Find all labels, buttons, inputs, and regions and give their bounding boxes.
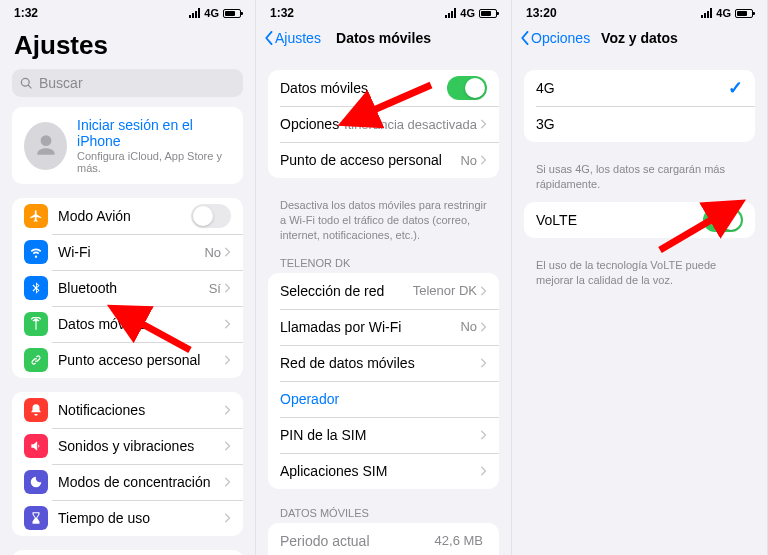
row-carrier[interactable]: Operador — [268, 381, 499, 417]
back-label: Ajustes — [275, 30, 321, 46]
status-right: 4G — [701, 7, 753, 19]
cellular-switch[interactable] — [447, 76, 487, 100]
row-hotspot[interactable]: Punto acceso personal — [12, 342, 243, 378]
row-bluetooth[interactable]: Bluetooth Sí — [12, 270, 243, 306]
signin-row[interactable]: Iniciar sesión en el iPhone Configura iC… — [12, 107, 243, 184]
row-label: PIN de la SIM — [280, 427, 481, 443]
section-header: TELENOR DK — [256, 253, 511, 273]
chevron-right-icon — [225, 441, 231, 451]
row-4g[interactable]: 4G ✓ — [524, 70, 755, 106]
chevron-right-icon — [225, 405, 231, 415]
row-value: No — [204, 245, 221, 260]
row-value: No — [460, 153, 477, 168]
row-label: Notificaciones — [58, 402, 225, 418]
airplane-icon — [24, 204, 48, 228]
row-label: Llamadas por Wi-Fi — [280, 319, 460, 335]
hourglass-icon — [24, 506, 48, 530]
status-bar: 1:32 4G — [0, 0, 255, 22]
back-label: Opciones — [531, 30, 590, 46]
row-value: 42,6 MB — [435, 533, 483, 548]
row-sounds[interactable]: Sonidos y vibraciones — [12, 428, 243, 464]
row-screen-time[interactable]: Tiempo de uso — [12, 500, 243, 536]
link-icon — [24, 348, 48, 372]
chevron-right-icon — [225, 319, 231, 329]
row-3g[interactable]: 3G — [524, 106, 755, 142]
network-label: 4G — [204, 7, 219, 19]
chevron-right-icon — [481, 119, 487, 129]
row-general[interactable]: General — [12, 550, 243, 555]
moon-icon — [24, 470, 48, 494]
chevron-right-icon — [225, 477, 231, 487]
row-wifi-calling[interactable]: Llamadas por Wi-Fi No — [268, 309, 499, 345]
signal-icon — [445, 8, 456, 18]
row-cellular-data[interactable]: Datos móviles — [12, 306, 243, 342]
signin-group: Iniciar sesión en el iPhone Configura iC… — [12, 107, 243, 184]
status-time: 13:20 — [526, 6, 557, 20]
general-group: General — [12, 550, 243, 555]
row-value: No — [460, 319, 477, 334]
row-current-period: Periodo actual 42,6 MB — [268, 523, 499, 555]
section-footer: Si usas 4G, los datos se cargarán más rá… — [512, 156, 767, 202]
page-title: Datos móviles — [336, 30, 431, 46]
section-footer: El uso de la tecnología VoLTE puede mejo… — [512, 252, 767, 298]
network-label: 4G — [716, 7, 731, 19]
nav-bar: Opciones Voz y datos — [512, 22, 767, 54]
volte-group: VoLTE — [524, 202, 755, 238]
signin-title: Iniciar sesión en el iPhone — [77, 117, 231, 149]
row-label: VoLTE — [536, 212, 703, 228]
row-data-network[interactable]: Red de datos móviles — [268, 345, 499, 381]
row-label: Modo Avión — [58, 208, 191, 224]
status-right: 4G — [189, 7, 241, 19]
row-network-selection[interactable]: Selección de red Telenor DK — [268, 273, 499, 309]
chevron-right-icon — [481, 466, 487, 476]
row-focus[interactable]: Modos de concentración — [12, 464, 243, 500]
nav-bar: Ajustes Datos móviles — [256, 22, 511, 54]
row-value: Itinerancia desactivada — [344, 117, 477, 132]
row-label: Red de datos móviles — [280, 355, 481, 371]
row-cellular-toggle[interactable]: Datos móviles — [268, 70, 499, 106]
back-button[interactable]: Opciones — [520, 30, 590, 46]
row-wifi[interactable]: Wi-Fi No — [12, 234, 243, 270]
chevron-right-icon — [225, 283, 231, 293]
row-label: Selección de red — [280, 283, 413, 299]
search-input[interactable]: Buscar — [12, 69, 243, 97]
connectivity-group: Modo Avión Wi-Fi No Bluetooth Sí Datos m… — [12, 198, 243, 378]
chevron-right-icon — [225, 513, 231, 523]
row-sim-pin[interactable]: PIN de la SIM — [268, 417, 499, 453]
row-label: Punto de acceso personal — [280, 152, 460, 168]
voice-data-panel: 13:20 4G Opciones Voz y datos 4G ✓ 3G Si… — [512, 0, 768, 555]
back-button[interactable]: Ajustes — [264, 30, 321, 46]
row-options[interactable]: Opciones Itinerancia desactivada — [268, 106, 499, 142]
bell-icon — [24, 398, 48, 422]
row-label: Sonidos y vibraciones — [58, 438, 225, 454]
airplane-switch[interactable] — [191, 204, 231, 228]
chevron-right-icon — [481, 286, 487, 296]
row-label: Opciones — [280, 116, 344, 132]
row-label: 3G — [536, 116, 743, 132]
check-icon: ✓ — [728, 77, 743, 99]
row-label: Modos de concentración — [58, 474, 225, 490]
row-hotspot[interactable]: Punto de acceso personal No — [268, 142, 499, 178]
row-airplane-mode[interactable]: Modo Avión — [12, 198, 243, 234]
battery-icon — [223, 9, 241, 18]
volte-switch[interactable] — [703, 208, 743, 232]
signal-icon — [701, 8, 712, 18]
carrier-group: Selección de red Telenor DK Llamadas por… — [268, 273, 499, 489]
row-volte[interactable]: VoLTE — [524, 202, 755, 238]
section-footer: Desactiva los datos móviles para restrin… — [256, 192, 511, 253]
search-icon — [20, 77, 33, 90]
battery-icon — [735, 9, 753, 18]
row-sim-apps[interactable]: Aplicaciones SIM — [268, 453, 499, 489]
signin-subtitle: Configura iCloud, App Store y más. — [77, 150, 231, 174]
wifi-icon — [24, 240, 48, 264]
row-notifications[interactable]: Notificaciones — [12, 392, 243, 428]
avatar-icon — [24, 122, 67, 170]
row-value: Telenor DK — [413, 283, 477, 298]
status-time: 1:32 — [14, 6, 38, 20]
row-label: Datos móviles — [280, 80, 447, 96]
cellular-panel: 1:32 4G Ajustes Datos móviles Datos móvi… — [256, 0, 512, 555]
search-placeholder: Buscar — [39, 75, 83, 91]
row-label: 4G — [536, 80, 728, 96]
row-label: Periodo actual — [280, 533, 435, 549]
signal-icon — [189, 8, 200, 18]
